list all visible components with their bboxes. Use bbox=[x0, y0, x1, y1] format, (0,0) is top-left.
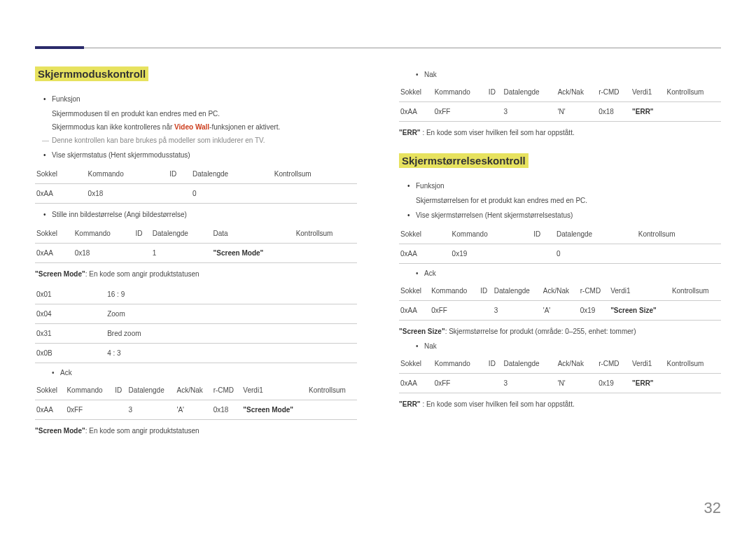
screen-size-desc: "Screen Size": Skjermstørrelse for produ… bbox=[399, 326, 721, 337]
section-title-left: Skjermmoduskontroll bbox=[35, 66, 148, 81]
td: "ERR" bbox=[631, 374, 665, 393]
table-view-status: Sokkel Kommando ID Datalengde Kontrollsu… bbox=[35, 164, 357, 204]
td: 0x18 bbox=[597, 102, 631, 122]
td: 'A' bbox=[176, 400, 212, 420]
rule-accent bbox=[35, 46, 84, 49]
table-row: 0x01 16 : 9 bbox=[35, 285, 357, 304]
td: 0xAA bbox=[35, 244, 74, 263]
bullet-nak-2: Nak bbox=[399, 342, 721, 350]
th: Kontrollsum bbox=[307, 381, 357, 400]
err-key-2: "ERR" bbox=[399, 400, 421, 408]
td: 'A' bbox=[542, 301, 579, 321]
table-view-size: Sokkel Kommando ID Datalengde Kontrollsu… bbox=[399, 225, 721, 264]
th: Verdi1 bbox=[609, 281, 671, 301]
th: Sokkel bbox=[399, 225, 451, 244]
th: ID bbox=[487, 354, 503, 374]
td bbox=[307, 400, 357, 420]
td bbox=[665, 102, 721, 122]
content-columns: Skjermmoduskontroll Funksjon Skjermmodus… bbox=[35, 66, 721, 442]
screen-mode-desc: "Screen Mode": En kode som angir produkt… bbox=[35, 269, 357, 279]
th: Kontrollsum bbox=[665, 83, 721, 102]
th: Datalengde bbox=[502, 354, 556, 374]
th: Sokkel bbox=[35, 224, 74, 244]
func-label: Funksjon bbox=[52, 95, 80, 103]
th: r-CMD bbox=[597, 83, 631, 102]
func-label-r: Funksjon bbox=[416, 182, 444, 190]
th: Kommando bbox=[430, 281, 479, 301]
td: Zoom bbox=[106, 304, 357, 324]
table-row: Sokkel Kommando ID Datalengde Ack/Nak r-… bbox=[399, 83, 721, 102]
td: 0x31 bbox=[35, 324, 106, 344]
td: "ERR" bbox=[631, 102, 665, 122]
th: Kommando bbox=[451, 225, 533, 244]
td: 0x01 bbox=[35, 285, 106, 304]
table-row: 0xAA 0x19 0 bbox=[399, 244, 721, 264]
err-text: : En kode som viser hvilken feil som har… bbox=[421, 129, 575, 136]
td bbox=[487, 374, 503, 393]
td: "Screen Mode" bbox=[212, 244, 295, 263]
table-row: Sokkel Kommando ID Datalengde Kontrollsu… bbox=[35, 164, 357, 184]
th: Kontrollsum bbox=[671, 281, 721, 301]
th: r-CMD bbox=[579, 281, 609, 301]
table-row: 0x04 Zoom bbox=[35, 304, 357, 324]
th: Kontrollsum bbox=[273, 164, 357, 184]
err-desc: "ERR" : En kode som viser hvilken feil s… bbox=[399, 127, 721, 138]
table-row: Sokkel Kommando ID Datalengde Ack/Nak r-… bbox=[35, 381, 357, 400]
bullet-funksjon: Funksjon bbox=[35, 94, 357, 104]
th: Data bbox=[212, 224, 295, 244]
table-modes: 0x01 16 : 9 0x04 Zoom 0x31 Bred zoom 0x0… bbox=[35, 285, 357, 363]
td: 0xAA bbox=[399, 374, 433, 393]
td: 0x19 bbox=[597, 374, 631, 393]
td bbox=[295, 244, 357, 263]
th: ID bbox=[532, 225, 555, 244]
table-ack: Sokkel Kommando ID Datalengde Ack/Nak r-… bbox=[35, 381, 357, 420]
screen-mode-key-2: "Screen Mode" bbox=[35, 427, 85, 435]
table-row: 0xAA 0xFF 3 'A' 0x19 "Screen Size" bbox=[399, 301, 721, 321]
table-set-size: Sokkel Kommando ID Datalengde Data Kontr… bbox=[35, 224, 357, 263]
td bbox=[532, 244, 555, 264]
th: Sokkel bbox=[35, 381, 65, 400]
th: ID bbox=[479, 281, 493, 301]
th: Kommando bbox=[433, 354, 487, 374]
th: Datalengde bbox=[191, 164, 273, 184]
td: 0x19 bbox=[451, 244, 533, 264]
table-nak-2: Sokkel Kommando ID Datalengde Ack/Nak r-… bbox=[399, 354, 721, 393]
td bbox=[665, 374, 721, 393]
table-ack-r: Sokkel Kommando ID Datalengde Ack/Nak r-… bbox=[399, 281, 721, 321]
td bbox=[168, 184, 191, 204]
right-column: Nak Sokkel Kommando ID Datalengde Ack/Na… bbox=[399, 66, 721, 442]
table-row: Sokkel Kommando ID Datalengde Kontrollsu… bbox=[399, 225, 721, 244]
td: 0 bbox=[191, 184, 273, 204]
td: "Screen Mode" bbox=[241, 400, 307, 420]
screen-mode-key: "Screen Mode" bbox=[35, 270, 85, 278]
table-nak: Sokkel Kommando ID Datalengde Ack/Nak r-… bbox=[399, 83, 721, 122]
table-row: Sokkel Kommando ID Datalengde Data Kontr… bbox=[35, 224, 357, 244]
page-number: 32 bbox=[704, 499, 721, 517]
bullet-funksjon-r: Funksjon bbox=[399, 181, 721, 191]
td: 0xAA bbox=[399, 301, 430, 321]
td: 0 bbox=[555, 244, 637, 264]
th: Datalengde bbox=[502, 83, 556, 102]
table-row: 0xAA 0xFF 3 'N' 0x18 "ERR" bbox=[399, 102, 721, 122]
func-line-2a: Skjermmodus kan ikke kontrolleres når bbox=[52, 123, 174, 131]
th: Kommando bbox=[433, 83, 487, 102]
td: 'N' bbox=[556, 102, 597, 122]
func-line-1: Skjermmodusen til en produkt kan endres … bbox=[35, 108, 357, 119]
section-title-right: Skjermstørrelseskontroll bbox=[399, 153, 528, 168]
td bbox=[487, 102, 503, 122]
td: 0x19 bbox=[579, 301, 609, 321]
bullet-nak: Nak bbox=[399, 71, 721, 78]
td bbox=[113, 400, 127, 420]
td: 16 : 9 bbox=[106, 285, 357, 304]
th: Verdi1 bbox=[631, 354, 665, 374]
th: Datalengde bbox=[127, 381, 176, 400]
bullet-view-size: Vise skjermstørrelsen (Hent skjermstørre… bbox=[399, 210, 721, 220]
td: 0xAA bbox=[399, 102, 433, 122]
td: 0xAA bbox=[35, 184, 87, 204]
td bbox=[637, 244, 721, 264]
table-row: Sokkel Kommando ID Datalengde Ack/Nak r-… bbox=[399, 281, 721, 301]
screen-size-text: : Skjermstørrelse for produkt (område: 0… bbox=[445, 328, 636, 335]
th: ID bbox=[134, 224, 150, 244]
th: Kommando bbox=[87, 164, 169, 184]
bullet-set-size: Stille inn bildestørrelse (Angi bildestø… bbox=[35, 209, 357, 220]
